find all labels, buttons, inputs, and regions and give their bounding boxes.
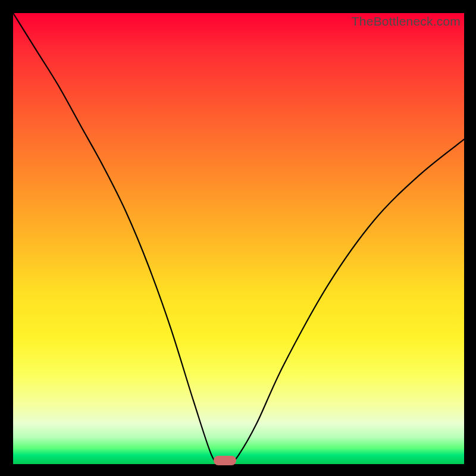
watermark-text: TheBottleneck.com	[352, 14, 461, 29]
curve-path	[13, 13, 464, 464]
plot-area: TheBottleneck.com	[13, 13, 464, 464]
chart-frame: TheBottleneck.com	[0, 0, 476, 476]
optimum-marker	[214, 456, 236, 465]
bottleneck-curve	[13, 13, 464, 464]
